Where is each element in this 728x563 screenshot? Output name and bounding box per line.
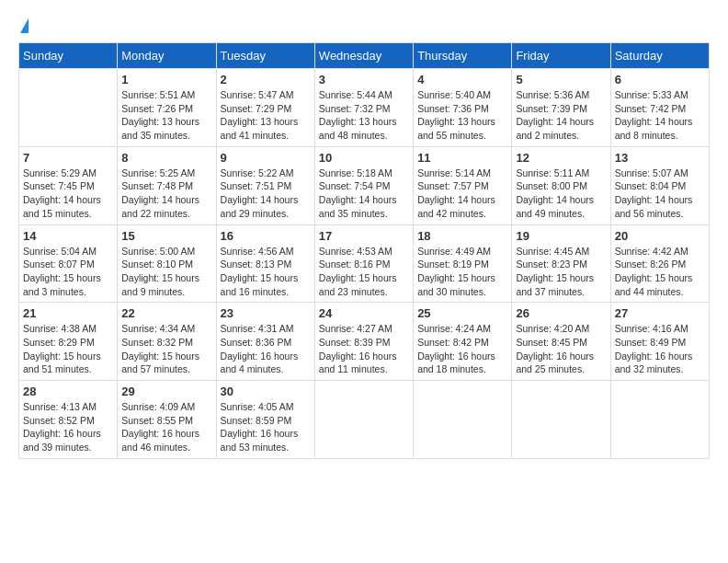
calendar-cell: 10Sunrise: 5:18 AMSunset: 7:54 PMDayligh… [314,146,413,224]
day-number: 6 [615,73,705,86]
page-header [18,18,710,33]
day-number: 18 [417,229,507,243]
day-info: Sunrise: 4:42 AMSunset: 8:26 PMDaylight:… [615,245,705,299]
day-info: Sunrise: 5:18 AMSunset: 7:54 PMDaylight:… [319,167,409,221]
day-number: 24 [319,306,409,320]
day-number: 12 [516,151,606,165]
calendar-cell: 21Sunrise: 4:38 AMSunset: 8:29 PMDayligh… [19,303,118,381]
calendar-cell: 12Sunrise: 5:11 AMSunset: 8:00 PMDayligh… [512,146,610,224]
calendar-cell: 5Sunrise: 5:36 AMSunset: 7:39 PMDaylight… [512,69,610,147]
day-info: Sunrise: 5:25 AMSunset: 7:48 PMDaylight:… [121,167,211,221]
calendar-table: SundayMondayTuesdayWednesdayThursdayFrid… [18,42,710,459]
calendar-cell: 6Sunrise: 5:33 AMSunset: 7:42 PMDaylight… [610,69,709,147]
calendar-week-row-3: 14Sunrise: 5:04 AMSunset: 8:07 PMDayligh… [19,224,710,303]
calendar-header-thursday: Thursday [414,43,512,69]
day-info: Sunrise: 4:09 AMSunset: 8:55 PMDaylight:… [121,400,211,454]
calendar-cell: 13Sunrise: 5:07 AMSunset: 8:04 PMDayligh… [610,146,709,224]
day-number: 2 [221,73,311,86]
calendar-header-saturday: Saturday [610,43,709,69]
calendar-header-row: SundayMondayTuesdayWednesdayThursdayFrid… [19,43,710,69]
day-number: 27 [615,306,705,320]
day-number: 23 [221,306,311,320]
calendar-cell [512,381,610,459]
day-info: Sunrise: 4:34 AMSunset: 8:32 PMDaylight:… [121,322,211,376]
calendar-cell: 2Sunrise: 5:47 AMSunset: 7:29 PMDaylight… [216,69,314,147]
calendar-header-friday: Friday [512,43,610,69]
day-number: 28 [23,385,113,398]
day-number: 30 [221,385,311,398]
calendar-cell: 27Sunrise: 4:16 AMSunset: 8:49 PMDayligh… [610,303,709,381]
calendar-header-sunday: Sunday [19,43,118,69]
day-info: Sunrise: 5:00 AMSunset: 8:10 PMDaylight:… [121,245,211,299]
day-info: Sunrise: 5:33 AMSunset: 7:42 PMDaylight:… [615,88,705,143]
calendar-cell: 24Sunrise: 4:27 AMSunset: 8:39 PMDayligh… [314,303,413,381]
calendar-cell: 16Sunrise: 4:56 AMSunset: 8:13 PMDayligh… [216,224,314,303]
calendar-week-row-2: 7Sunrise: 5:29 AMSunset: 7:45 PMDaylight… [19,146,710,224]
day-number: 5 [516,73,606,86]
calendar-cell: 19Sunrise: 4:45 AMSunset: 8:23 PMDayligh… [512,224,610,303]
day-number: 10 [319,151,409,165]
day-info: Sunrise: 4:13 AMSunset: 8:52 PMDaylight:… [23,400,113,454]
calendar-cell: 29Sunrise: 4:09 AMSunset: 8:55 PMDayligh… [118,381,216,459]
day-number: 9 [221,151,311,165]
day-info: Sunrise: 5:04 AMSunset: 8:07 PMDaylight:… [23,245,113,299]
day-info: Sunrise: 5:29 AMSunset: 7:45 PMDaylight:… [23,167,113,221]
calendar-header-wednesday: Wednesday [314,43,413,69]
calendar-cell [610,381,709,459]
day-number: 11 [417,151,507,165]
calendar-week-row-1: 1Sunrise: 5:51 AMSunset: 7:26 PMDaylight… [19,69,710,147]
calendar-cell: 30Sunrise: 4:05 AMSunset: 8:59 PMDayligh… [216,381,314,459]
calendar-cell: 1Sunrise: 5:51 AMSunset: 7:26 PMDaylight… [118,69,216,147]
day-number: 13 [615,151,705,165]
calendar-cell: 18Sunrise: 4:49 AMSunset: 8:19 PMDayligh… [414,224,512,303]
day-info: Sunrise: 4:45 AMSunset: 8:23 PMDaylight:… [516,245,606,299]
day-info: Sunrise: 4:20 AMSunset: 8:45 PMDaylight:… [516,322,606,376]
day-number: 7 [23,151,113,165]
calendar-cell: 14Sunrise: 5:04 AMSunset: 8:07 PMDayligh… [19,224,118,303]
calendar-cell: 4Sunrise: 5:40 AMSunset: 7:36 PMDaylight… [414,69,512,147]
calendar-cell [314,381,413,459]
day-info: Sunrise: 4:49 AMSunset: 8:19 PMDaylight:… [417,245,507,299]
calendar-week-row-5: 28Sunrise: 4:13 AMSunset: 8:52 PMDayligh… [19,381,710,459]
day-number: 25 [417,306,507,320]
day-number: 26 [516,306,606,320]
day-number: 21 [23,306,113,320]
calendar-cell [19,69,118,147]
calendar-cell: 23Sunrise: 4:31 AMSunset: 8:36 PMDayligh… [216,303,314,381]
day-number: 19 [516,229,606,243]
day-info: Sunrise: 5:44 AMSunset: 7:32 PMDaylight:… [319,88,409,143]
day-info: Sunrise: 5:51 AMSunset: 7:26 PMDaylight:… [121,88,211,143]
day-info: Sunrise: 5:22 AMSunset: 7:51 PMDaylight:… [221,167,311,221]
calendar-header-monday: Monday [118,43,216,69]
day-info: Sunrise: 4:16 AMSunset: 8:49 PMDaylight:… [615,322,705,376]
calendar-cell: 11Sunrise: 5:14 AMSunset: 7:57 PMDayligh… [414,146,512,224]
day-info: Sunrise: 5:07 AMSunset: 8:04 PMDaylight:… [615,167,705,221]
logo-triangle-icon [20,18,28,33]
calendar-cell: 8Sunrise: 5:25 AMSunset: 7:48 PMDaylight… [118,146,216,224]
calendar-body: 1Sunrise: 5:51 AMSunset: 7:26 PMDaylight… [19,69,710,459]
calendar-cell: 22Sunrise: 4:34 AMSunset: 8:32 PMDayligh… [118,303,216,381]
day-info: Sunrise: 5:14 AMSunset: 7:57 PMDaylight:… [417,167,507,221]
day-number: 16 [221,229,311,243]
day-info: Sunrise: 5:47 AMSunset: 7:29 PMDaylight:… [221,88,311,143]
logo [18,18,28,33]
calendar-cell: 26Sunrise: 4:20 AMSunset: 8:45 PMDayligh… [512,303,610,381]
day-number: 15 [121,229,211,243]
calendar-header-tuesday: Tuesday [216,43,314,69]
day-number: 29 [121,385,211,398]
calendar-week-row-4: 21Sunrise: 4:38 AMSunset: 8:29 PMDayligh… [19,303,710,381]
day-info: Sunrise: 4:27 AMSunset: 8:39 PMDaylight:… [319,322,409,376]
calendar-cell: 20Sunrise: 4:42 AMSunset: 8:26 PMDayligh… [610,224,709,303]
day-number: 1 [121,73,211,86]
day-number: 20 [615,229,705,243]
day-number: 3 [319,73,409,86]
day-info: Sunrise: 4:56 AMSunset: 8:13 PMDaylight:… [221,245,311,299]
calendar-cell: 25Sunrise: 4:24 AMSunset: 8:42 PMDayligh… [414,303,512,381]
day-info: Sunrise: 5:36 AMSunset: 7:39 PMDaylight:… [516,88,606,143]
day-info: Sunrise: 4:38 AMSunset: 8:29 PMDaylight:… [23,322,113,376]
day-number: 22 [121,306,211,320]
calendar-cell [414,381,512,459]
day-number: 17 [319,229,409,243]
calendar-cell: 17Sunrise: 4:53 AMSunset: 8:16 PMDayligh… [314,224,413,303]
day-info: Sunrise: 4:24 AMSunset: 8:42 PMDaylight:… [417,322,507,376]
